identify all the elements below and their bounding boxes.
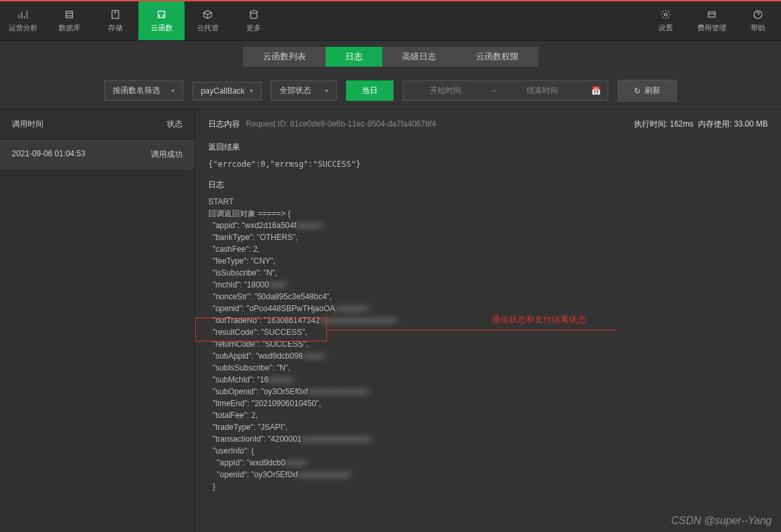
log-panel: 日志内容 Request ID: 61ce0de9-0e6b-11ec-9504… (195, 109, 781, 532)
invocations-header: 调用时间 状态 (0, 109, 194, 140)
log-label: 日志 (208, 179, 768, 191)
svg-point-6 (250, 11, 257, 13)
nav-label: 更多 (246, 23, 261, 33)
nav-label: 云函数 (151, 23, 173, 33)
nav-cloudfn[interactable]: 云函数 (138, 1, 185, 40)
nav-label: 运营分析 (9, 23, 38, 33)
annotation-line (327, 330, 617, 330)
invocations-panel: 调用时间 状态 2021-09-06 01:04:53 调用成功 (0, 109, 195, 532)
nav-storage[interactable]: 存储 (92, 1, 138, 40)
database-icon (63, 9, 75, 20)
chevron-down-icon: ▾ (250, 87, 253, 94)
tab-advanced-logs[interactable]: 高级日志 (382, 47, 456, 67)
annotation-text: 通信状态和支付结果状态 (492, 314, 586, 326)
toolbar-left: 运营分析 数据库 存储 云函数 云托管 更多 (0, 1, 643, 40)
col-status: 状态 (167, 119, 183, 130)
watermark: CSDN @super--Yang (671, 515, 772, 527)
billing-icon (706, 9, 718, 20)
tab-fn-list[interactable]: 云函数列表 (243, 47, 326, 67)
help-icon (752, 9, 764, 20)
tab-logs[interactable]: 日志 (326, 47, 382, 67)
toolbar: 运营分析 数据库 存储 云函数 云托管 更多 设置 费用管理 帮助 (0, 1, 781, 41)
filter-by-name-dropdown[interactable]: 按函数名筛选▾ (104, 80, 183, 101)
end-time-input[interactable]: 结束时间 (500, 81, 585, 100)
status-filter-dropdown[interactable]: 全部状态▾ (271, 80, 337, 101)
log-header-right: 执行时间: 162ms 内存使用: 33.00 MB (634, 119, 768, 130)
nav-help[interactable]: 帮助 (735, 1, 781, 40)
return-result-label: 返回结果 (208, 142, 768, 153)
nav-database[interactable]: 数据库 (46, 1, 92, 40)
nav-label: 存储 (108, 23, 123, 33)
more-icon (248, 9, 260, 20)
tab-fn-permissions[interactable]: 云函数权限 (456, 47, 538, 67)
start-time-input[interactable]: 开始时间 (403, 81, 488, 100)
col-time: 调用时间 (12, 119, 167, 130)
chevron-down-icon: ▾ (171, 87, 175, 94)
svg-rect-5 (158, 11, 165, 18)
nav-label: 数据库 (59, 23, 80, 33)
nav-label: 云托管 (197, 23, 219, 33)
time-range-picker[interactable]: 开始时间 ~ 结束时间 📅 (403, 80, 608, 101)
nav-analytics[interactable]: 运营分析 (0, 1, 46, 40)
storage-icon (109, 9, 121, 20)
settings-icon (660, 9, 672, 20)
return-result: {"errcode":0,"errmsg":"SUCCESS"} (208, 158, 768, 170)
nav-label: 帮助 (751, 23, 765, 33)
cloudrun-icon (202, 9, 214, 20)
calendar-icon: 📅 (585, 86, 608, 96)
log-body: START 回调返回对象 =====> { "appid": "wxd2d16a… (208, 196, 768, 492)
sub-tabs: 云函数列表 日志 高级日志 云函数权限 (0, 41, 781, 73)
fn-name-dropdown[interactable]: payCallBack▾ (192, 82, 262, 100)
svg-point-4 (115, 12, 116, 13)
today-button[interactable]: 当日 (346, 80, 393, 101)
toolbar-right: 设置 费用管理 帮助 (643, 1, 781, 40)
nav-label: 费用管理 (697, 23, 726, 33)
svg-point-7 (664, 13, 667, 16)
svg-rect-8 (709, 12, 715, 17)
annotation-box (195, 318, 327, 341)
chevron-down-icon: ▾ (325, 87, 328, 94)
nav-cloudrun[interactable]: 云托管 (185, 1, 231, 40)
nav-label: 设置 (658, 23, 673, 33)
invocation-status: 调用成功 (151, 149, 183, 160)
refresh-icon: ↻ (634, 86, 641, 96)
nav-billing[interactable]: 费用管理 (689, 1, 735, 40)
filter-row: 按函数名筛选▾ payCallBack▾ 全部状态▾ 当日 开始时间 ~ 结束时… (0, 73, 781, 109)
refresh-button[interactable]: ↻刷新 (618, 80, 677, 102)
svg-rect-0 (66, 11, 72, 18)
cloudfn-icon (156, 9, 167, 20)
nav-more[interactable]: 更多 (231, 1, 277, 40)
analytics-icon (17, 9, 29, 20)
invocation-time: 2021-09-06 01:04:53 (12, 149, 151, 160)
nav-settings[interactable]: 设置 (643, 1, 689, 40)
log-header-left: 日志内容 Request ID: 61ce0de9-0e6b-11ec-9504… (208, 119, 634, 130)
invocation-row[interactable]: 2021-09-06 01:04:53 调用成功 (0, 140, 194, 169)
